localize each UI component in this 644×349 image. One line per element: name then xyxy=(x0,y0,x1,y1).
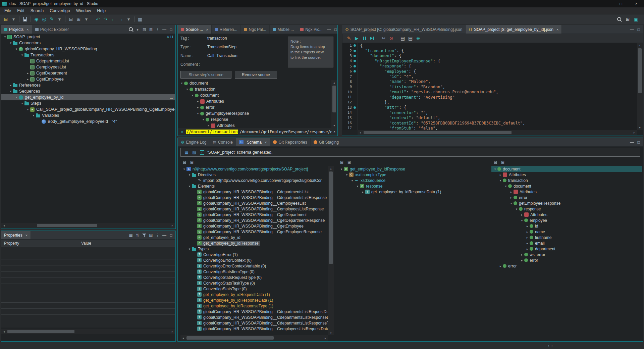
scroll-track[interactable] xyxy=(637,48,643,125)
scroll-track[interactable] xyxy=(328,171,334,331)
tree-row-globalcompany-hr-wssoapbinding-cgetemployeeresponse[interactable]: eglobalCompany_HR_WSSOAPBinding__CgetEmp… xyxy=(180,229,328,235)
expanded-arrow-icon[interactable]: ▾ xyxy=(187,247,192,251)
convertigo-perspective-icon[interactable]: ▣ xyxy=(632,15,640,23)
horizontal-scrollbar[interactable]: ◂ ▸ xyxy=(1,329,175,334)
collapsed-arrow-icon[interactable]: ▸ xyxy=(8,84,13,87)
tree-row-get-employee-by-id[interactable]: ▾get_employee_by_id... xyxy=(1,94,175,100)
scroll-left-button[interactable]: ◂ xyxy=(1,329,7,334)
expanded-arrow-icon[interactable]: ▾ xyxy=(31,114,36,117)
tab-ngx-pal[interactable]: Ngx Pal... xyxy=(241,25,270,34)
minimize-icon[interactable]: — xyxy=(629,139,635,145)
filter-icon[interactable] xyxy=(141,232,147,238)
tree-row-n0-http-www-convertigo-com-convertigo-projects-soap-project[interactable]: ▾Sn0{http://www.convertigo.com/convertig… xyxy=(180,166,328,172)
tree-row-get-employee-by-idresponsedata-1[interactable]: ▸Tget_employee_by_idResponseData (1) xyxy=(338,189,487,195)
collapsed-arrow-icon[interactable]: ▸ xyxy=(206,124,211,127)
fold-marker-icon[interactable] xyxy=(352,105,358,110)
menu-search[interactable]: Search xyxy=(28,8,47,13)
vertical-scrollbar[interactable]: ▴ ▾ xyxy=(637,43,643,130)
tree-row-name[interactable]: ▸name xyxy=(491,229,642,235)
screenshot-icon[interactable]: ▦ xyxy=(136,15,144,23)
tree-row-id[interactable]: ▸id xyxy=(491,223,642,229)
collapse-all-icon[interactable]: ⊟ xyxy=(181,159,187,165)
tree-row-globalcompany-hr-wssoapbinding-cgetdepartment[interactable]: eglobalCompany_HR_WSSOAPBinding__CgetDep… xyxy=(180,212,328,217)
editor-line[interactable]: 12 }, xyxy=(342,100,637,105)
expanded-arrow-icon[interactable]: ▾ xyxy=(350,179,355,182)
tree-row-document[interactable]: ▾document xyxy=(491,166,642,172)
expanded-arrow-icon[interactable]: ▾ xyxy=(355,185,360,188)
undo-icon[interactable]: ↶ xyxy=(94,15,102,23)
collapsed-arrow-icon[interactable]: ▸ xyxy=(520,253,524,256)
tab-project-explorer[interactable]: Project Explorer xyxy=(32,25,72,34)
tree-row-document[interactable]: ▾document xyxy=(178,80,332,86)
scroll-thumb[interactable] xyxy=(329,171,333,264)
fold-marker-icon[interactable] xyxy=(352,43,358,48)
tree-row-elements[interactable]: ▾Elements xyxy=(180,183,328,189)
scroll-thumb[interactable] xyxy=(186,336,274,340)
fold-marker-icon[interactable] xyxy=(352,58,358,63)
back-icon[interactable]: ← xyxy=(109,15,117,23)
tree-row-call-soap-project-globalcompany-hr-wssoapbinding-cgetemployee[interactable]: ▾▸Call_SOAP_project_globalCompany_HR_WSS… xyxy=(1,106,175,112)
scroll-left-button[interactable]: ◂ xyxy=(180,335,186,341)
property-row[interactable] xyxy=(1,290,175,296)
tree-row-error[interactable]: ▸error xyxy=(178,104,332,110)
open-perspective-icon[interactable]: ⊞ xyxy=(624,15,632,23)
fold-marker-icon[interactable] xyxy=(352,69,358,74)
expanded-arrow-icon[interactable]: ▾ xyxy=(190,94,195,97)
scroll-track[interactable] xyxy=(363,130,632,135)
play-icon[interactable]: ▶ xyxy=(353,35,361,42)
xpath-bar[interactable]: ⊞ //document/transaction /document/getEm… xyxy=(178,128,337,135)
tree-row-globalcompany-hr-wssoapbinding-cdepartmentslistresponsedat[interactable]: TglobalCompany_HR_WSSOAPBinding__Cdepart… xyxy=(180,314,328,320)
tree-row-response[interactable]: ▾response xyxy=(491,206,642,212)
tree-row-variables[interactable]: ▾Variables xyxy=(1,112,175,118)
forward-icon[interactable]: → xyxy=(117,15,125,23)
maximize-icon[interactable]: □ xyxy=(333,27,339,33)
expanded-arrow-icon[interactable]: ▾ xyxy=(179,82,184,85)
tree-row-soap-project[interactable]: ▾SOAP_project// H xyxy=(1,34,175,40)
table-view-icon[interactable]: ⊟ xyxy=(67,15,75,23)
property-row[interactable] xyxy=(1,284,175,290)
tab-mobile[interactable]: Mobile ... xyxy=(270,25,298,34)
tree-row-getemployeeresponse[interactable]: ▾getEmployeeResponse xyxy=(491,200,642,206)
tab-console[interactable]: ▤Console xyxy=(210,138,236,146)
tab-git-staging[interactable]: Git Staging xyxy=(311,138,342,146)
pause-icon[interactable] xyxy=(361,35,368,42)
editor-line[interactable]: 17 "fromStub": "false", xyxy=(342,126,637,130)
tab-git-repositories[interactable]: Git Repositories xyxy=(270,138,310,146)
tree-row-globalcompany-hr-wssoapbinding-cemployeeslistresponse[interactable]: eglobalCompany_HR_WSSOAPBinding__Cemploy… xyxy=(180,206,328,212)
property-row[interactable] xyxy=(1,278,175,284)
menu-file[interactable]: File xyxy=(1,8,14,13)
scroll-track[interactable] xyxy=(331,85,337,123)
tab-close-icon[interactable]: × xyxy=(25,233,28,237)
tree-row-error[interactable]: ▸error xyxy=(491,257,642,263)
generate-schema-icon[interactable]: ▦ xyxy=(183,149,190,155)
tree-row-directives[interactable]: ▾Directives xyxy=(180,172,328,178)
expanded-arrow-icon[interactable]: ▾ xyxy=(498,179,503,182)
tree-row-body-getemployee-employeeid-4[interactable]: Body_getEmployee_employeeId ="4" xyxy=(1,118,175,124)
expanded-arrow-icon[interactable]: ▾ xyxy=(14,47,19,51)
expanded-arrow-icon[interactable]: ▾ xyxy=(201,118,206,121)
tree-row-convertigostatstype-0[interactable]: TConvertigoStatsType (0) xyxy=(180,286,328,292)
expanded-arrow-icon[interactable]: ▾ xyxy=(8,90,13,93)
validate-schema-icon[interactable]: ✓ xyxy=(199,149,205,155)
view-menu-icon[interactable]: ⋮ xyxy=(155,27,161,33)
tree-row-attributes[interactable]: ▸Attributes xyxy=(491,172,642,178)
tree-row-cemployeeslist[interactable]: CemployeesList xyxy=(1,64,175,70)
tree-row-xsd-sequence[interactable]: ▾•••xsd:sequence xyxy=(338,178,487,183)
expand-all-icon[interactable]: ⊞ xyxy=(500,159,506,165)
engine-pencil-icon[interactable]: ✎ xyxy=(345,35,353,42)
edit-caret-icon[interactable]: ▾ xyxy=(56,15,63,23)
collapsed-arrow-icon[interactable]: ▸ xyxy=(520,259,524,262)
tree-row-globalcompany-hr-wssoapbinding-cdepartmentslistresponsetyp[interactable]: TglobalCompany_HR_WSSOAPBinding__Cdepart… xyxy=(180,320,328,326)
tree-row-attributes[interactable]: ▸Attributes xyxy=(491,189,642,195)
step-icon[interactable] xyxy=(368,35,376,42)
property-row[interactable] xyxy=(1,265,175,271)
collapsed-arrow-icon[interactable]: ▸ xyxy=(196,106,200,109)
collapse-all-icon[interactable]: ⊟ xyxy=(141,27,147,33)
scroll-up-button[interactable]: ▴ xyxy=(637,43,643,48)
tree-row-email[interactable]: ▸email xyxy=(491,240,642,246)
property-row[interactable] xyxy=(1,272,175,278)
expanded-arrow-icon[interactable]: ▾ xyxy=(20,102,24,105)
sort-icon[interactable]: ⇅ xyxy=(135,232,141,238)
fold-marker-icon[interactable] xyxy=(352,48,358,53)
tree-row-convertigostatsitemtype-0[interactable]: TConvertigoStatsItemType (0) xyxy=(180,269,328,275)
